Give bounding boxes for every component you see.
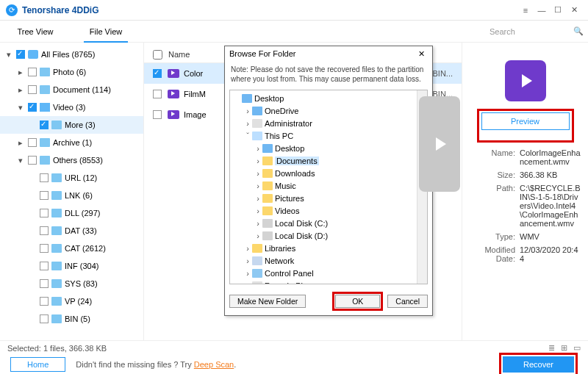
checkbox[interactable] — [40, 279, 49, 288]
twist-icon[interactable]: ▾ — [4, 50, 13, 60]
checkbox[interactable] — [28, 68, 37, 76]
folder-tree-node[interactable]: › Pictures — [230, 192, 427, 204]
close-icon[interactable]: ✕ — [566, 5, 582, 15]
twist-icon[interactable]: ▾ — [16, 103, 25, 112]
tab-tree-view[interactable]: Tree View — [0, 21, 71, 43]
tree-node[interactable]: ▾ All Files (8765) — [0, 46, 143, 63]
checkbox[interactable] — [40, 297, 49, 306]
tree-node[interactable]: ▸ Archive (1) — [0, 134, 143, 151]
search-input[interactable]: Search 🔍 — [485, 24, 588, 39]
tree-node[interactable]: ▾ Video (3) — [0, 98, 143, 116]
folder-tree-node[interactable]: › Local Disk (C:) — [230, 217, 427, 229]
column-name[interactable]: Name — [168, 50, 190, 60]
tree-node[interactable]: LNK (6) — [0, 187, 143, 204]
tree-node[interactable]: SYS (83) — [0, 275, 143, 292]
checkbox[interactable] — [16, 50, 25, 59]
expand-icon[interactable]: › — [254, 206, 262, 215]
file-type-tree[interactable]: ▾ All Files (8765)▸ Photo (6)▸ Document … — [0, 43, 144, 340]
checkbox[interactable] — [28, 138, 37, 147]
tree-node[interactable]: INF (304) — [0, 257, 143, 275]
row-checkbox[interactable] — [153, 110, 162, 119]
expand-icon[interactable]: › — [254, 181, 262, 190]
folder-tree-node[interactable]: › Local Disk (D:) — [230, 229, 427, 242]
folder-tree-node[interactable]: › OneDrive — [230, 104, 427, 117]
folder-tree-node[interactable]: Recycle Bin — [230, 279, 427, 284]
cancel-button[interactable]: Cancel — [387, 295, 428, 308]
checkbox[interactable] — [40, 262, 49, 270]
folder-tree-node[interactable]: › Network — [230, 254, 427, 267]
tree-node[interactable]: ▾ Others (8553) — [0, 151, 143, 169]
expand-icon[interactable]: ˇ — [243, 132, 252, 140]
twist-icon[interactable]: ▾ — [16, 156, 25, 165]
folder-icon — [252, 244, 262, 253]
view-detail-icon[interactable]: ▭ — [573, 343, 581, 353]
minimize-icon[interactable]: — — [534, 6, 550, 15]
expand-icon[interactable]: › — [254, 157, 262, 165]
folder-tree-node[interactable]: › Videos — [230, 204, 427, 217]
folder-icon — [252, 281, 262, 284]
checkbox[interactable] — [28, 85, 37, 94]
checkbox[interactable] — [40, 314, 49, 323]
tree-node[interactable]: URL (12) — [0, 169, 143, 187]
maximize-icon[interactable]: ☐ — [550, 5, 566, 15]
folder-tree-node[interactable]: › Documents — [230, 154, 427, 167]
row-checkbox[interactable] — [153, 69, 162, 78]
recover-button[interactable]: Recover — [503, 356, 574, 373]
menu-icon[interactable]: ≡ — [517, 6, 534, 15]
tree-node[interactable]: ▸ Photo (6) — [0, 63, 143, 81]
row-checkbox[interactable] — [153, 90, 162, 98]
tree-node[interactable]: ▸ Document (114) — [0, 81, 143, 98]
dialog-close-icon[interactable]: ✕ — [415, 49, 428, 59]
tab-file-view[interactable]: File View — [71, 21, 141, 43]
tree-node[interactable]: DLL (297) — [0, 204, 143, 222]
tree-node[interactable]: BIN (5) — [0, 310, 143, 328]
twist-icon[interactable]: ▸ — [16, 138, 25, 148]
folder-tree-node[interactable]: › Administrator — [230, 117, 427, 129]
expand-icon[interactable]: › — [243, 119, 252, 128]
twist-icon[interactable]: ▸ — [16, 68, 25, 77]
folder-tree-node[interactable]: › Libraries — [230, 242, 427, 254]
twist-icon[interactable]: ▸ — [16, 85, 25, 95]
expand-icon[interactable]: › — [254, 219, 262, 228]
checkbox[interactable] — [40, 209, 49, 217]
folder-label: Desktop — [254, 94, 284, 103]
tree-node[interactable]: More (3) — [0, 116, 143, 134]
scrollbar-thumb[interactable] — [419, 96, 460, 192]
deep-scan-link[interactable]: Deep Scan — [194, 360, 234, 369]
checkbox[interactable] — [28, 156, 37, 165]
folder-tree[interactable]: Desktop› OneDrive› Administratorˇ This P… — [229, 90, 428, 284]
expand-icon[interactable]: › — [243, 269, 252, 278]
folder-tree-node[interactable]: › Downloads — [230, 167, 427, 179]
checkbox[interactable] — [40, 121, 49, 129]
home-button[interactable]: Home — [10, 357, 65, 372]
tree-node[interactable]: DAT (33) — [0, 222, 143, 240]
checkbox[interactable] — [40, 226, 49, 235]
checkbox[interactable] — [40, 173, 49, 182]
expand-icon[interactable]: › — [243, 256, 252, 265]
expand-icon[interactable]: › — [254, 231, 262, 240]
ok-button[interactable]: OK — [335, 295, 380, 308]
view-list-icon[interactable]: ≣ — [548, 343, 555, 353]
preview-button[interactable]: Preview — [481, 112, 570, 130]
expand-icon[interactable]: › — [254, 169, 262, 178]
make-new-folder-button[interactable]: Make New Folder — [229, 295, 306, 308]
expand-icon[interactable]: › — [254, 144, 262, 153]
checkbox[interactable] — [40, 244, 49, 253]
tree-node[interactable]: VP (24) — [0, 292, 143, 310]
folder-tree-node[interactable]: › Control Panel — [230, 267, 427, 279]
view-grid-icon[interactable]: ⊞ — [561, 343, 567, 353]
folder-tree-node[interactable]: › Music — [230, 179, 427, 192]
checkbox[interactable] — [28, 103, 37, 112]
search-icon[interactable]: 🔍 — [573, 26, 584, 36]
scrollbar[interactable] — [417, 90, 427, 284]
tree-node[interactable]: CAT (2612) — [0, 240, 143, 257]
expand-icon[interactable]: › — [254, 194, 262, 203]
expand-icon[interactable]: › — [243, 107, 252, 115]
folder-tree-node[interactable]: › Desktop — [230, 142, 427, 154]
checkbox[interactable] — [40, 191, 49, 200]
expand-icon[interactable]: › — [243, 244, 252, 253]
folder-tree-node[interactable]: ˇ This PC — [230, 129, 427, 142]
select-all-checkbox[interactable] — [153, 50, 162, 60]
folder-tree-node[interactable]: Desktop — [230, 92, 427, 104]
tree-label: VP (24) — [65, 297, 92, 306]
